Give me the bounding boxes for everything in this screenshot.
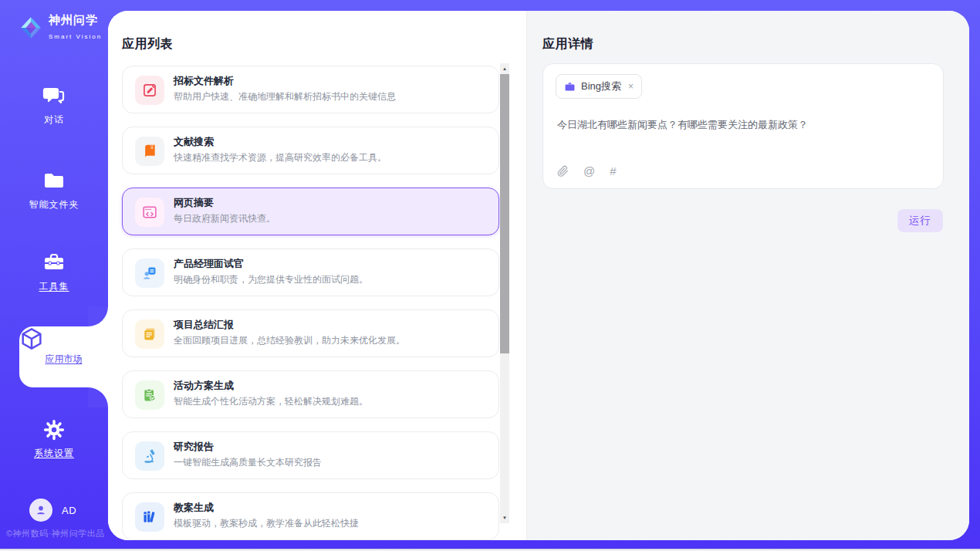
app-card-title: 网页摘要 [174, 196, 214, 210]
app-card-desc: 明确身份和职责，为您提供专业性的面试问题。 [174, 273, 368, 286]
at-icon[interactable]: @ [583, 164, 595, 177]
logo-text: 神州问学 Smart Vision [49, 13, 108, 42]
input-toolbar: @ # [557, 164, 617, 177]
app-card-bid-parse[interactable]: 招标文件解析 帮助用户快速、准确地理解和解析招标书中的关键信息 [122, 66, 499, 113]
app-card-desc: 智能生成个性化活动方案，轻松解决规划难题。 [174, 395, 368, 408]
sidebar: 神州问学 Smart Vision 对话 智能文件夹 [0, 0, 108, 551]
app-list-panel: 应用列表 招标文件解析 帮助用户快速、准确地理解和解析招标书中的关键信息 [108, 11, 526, 540]
main-panel: 应用列表 招标文件解析 帮助用户快速、准确地理解和解析招标书中的关键信息 [108, 11, 969, 540]
folder-icon [42, 170, 66, 191]
cube-icon [19, 326, 108, 351]
sidebar-item-app-market[interactable]: 应用市场 [19, 326, 108, 387]
bump-corner-bottom [88, 387, 108, 407]
sidebar-item-toolset[interactable]: 工具集 [0, 252, 108, 293]
app-logo: 神州问学 Smart Vision [19, 13, 108, 42]
paperclip-icon[interactable] [557, 165, 569, 177]
user-name: AD [62, 505, 76, 516]
app-detail-panel: 应用详情 Bing搜索 × 今日湖北有哪些新闻要点？有哪些需要关注的最新政策？ [526, 11, 969, 540]
sidebar-item-label: 智能文件夹 [0, 198, 108, 211]
sidebar-footer-text: ©神州数码·神州问学出品 [6, 528, 105, 539]
avatar [29, 499, 52, 522]
sidebar-item-label: 工具集 [0, 280, 108, 293]
app-card-list: 招标文件解析 帮助用户快速、准确地理解和解析招标书中的关键信息 文献搜索 快速精… [122, 66, 499, 540]
toolbox-icon [42, 252, 66, 273]
microscope-icon [135, 441, 164, 471]
scrollbar-up-button[interactable]: ▲ [500, 63, 509, 74]
app-card-pm-interviewer[interactable]: 产品经理面试官 明确身份和职责，为您提供专业性的面试问题。 [122, 248, 499, 296]
sidebar-item-chat[interactable]: 对话 [0, 85, 108, 127]
interviewer-icon [135, 259, 164, 288]
briefcase-icon [564, 81, 576, 93]
sidebar-item-smart-folder[interactable]: 智能文件夹 [0, 170, 108, 211]
app-card-literature-search[interactable]: 文献搜索 快速精准查找学术资源，提高研究效率的必备工具。 [122, 127, 499, 174]
sidebar-item-settings[interactable]: 系统设置 [0, 418, 108, 460]
books-icon [135, 502, 164, 532]
app-card-title: 研究报告 [174, 440, 214, 454]
user-account[interactable]: AD [29, 499, 76, 522]
prompt-input-card[interactable]: Bing搜索 × 今日湖北有哪些新闻要点？有哪些需要关注的最新政策？ @ # [542, 63, 944, 189]
browser-code-icon [135, 198, 164, 227]
app-card-title: 活动方案生成 [174, 379, 234, 393]
app-card-project-summary[interactable]: 项目总结汇报 全面回顾项目进展，总结经验教训，助力未来优化发展。 [122, 309, 499, 357]
tool-tag-bing-search[interactable]: Bing搜索 × [556, 74, 642, 99]
app-list-title: 应用列表 [122, 36, 173, 52]
app-card-title: 文献搜索 [174, 135, 214, 149]
app-card-event-plan[interactable]: 活动方案生成 智能生成个性化活动方案，轻松解决规划难题。 [122, 370, 499, 418]
app-card-desc: 帮助用户快速、准确地理解和解析招标书中的关键信息 [174, 90, 396, 103]
app-detail-title: 应用详情 [542, 36, 593, 52]
app-card-research-report[interactable]: 研究报告 一键智能生成高质量长文本研究报告 [122, 431, 499, 479]
logo-subtitle: Smart Vision [49, 33, 102, 40]
app-card-desc: 一键智能生成高质量长文本研究报告 [174, 456, 322, 469]
logo-title: 神州问学 [49, 13, 98, 26]
app-list-scrollbar[interactable]: ▲ ▼ [500, 63, 509, 523]
app-card-desc: 全面回顾项目进展，总结经验教训，助力未来优化发展。 [174, 334, 405, 347]
run-button[interactable]: 运行 [897, 209, 943, 232]
sidebar-item-label: 系统设置 [0, 447, 108, 460]
logo-diamond-icon [19, 15, 43, 40]
chat-icon [42, 85, 66, 106]
app-card-desc: 快速精准查找学术资源，提高研究效率的必备工具。 [174, 151, 387, 164]
scrollbar-thumb[interactable] [500, 74, 509, 353]
papers-icon [135, 319, 164, 349]
clipboard-check-icon [135, 380, 164, 410]
app-card-title: 招标文件解析 [174, 74, 234, 88]
app-card-title: 教案生成 [174, 501, 214, 515]
close-icon[interactable]: × [628, 81, 634, 92]
app-card-desc: 模板驱动，教案秒成，教学准备从此轻松快捷 [174, 517, 359, 530]
bump-corner-top [88, 306, 108, 326]
sidebar-item-label: 对话 [0, 113, 108, 127]
app-card-title: 项目总结汇报 [174, 318, 234, 332]
app-card-title: 产品经理面试官 [174, 257, 244, 271]
sidebar-item-label: 应用市场 [19, 353, 108, 366]
book-icon [135, 137, 164, 166]
app-card-lesson-plan[interactable]: 教案生成 模板驱动，教案秒成，教学准备从此轻松快捷 [122, 492, 499, 540]
edit-square-icon [135, 76, 164, 105]
scrollbar-down-button[interactable]: ▼ [500, 512, 509, 523]
query-text[interactable]: 今日湖北有哪些新闻要点？有哪些需要关注的最新政策？ [557, 117, 929, 132]
app-card-web-summary[interactable]: 网页摘要 每日政府新闻资讯快查。 [122, 188, 499, 235]
hash-icon[interactable]: # [610, 164, 616, 177]
tool-tag-label: Bing搜索 [581, 79, 621, 93]
app-card-desc: 每日政府新闻资讯快查。 [174, 212, 275, 225]
gear-icon [42, 418, 66, 440]
